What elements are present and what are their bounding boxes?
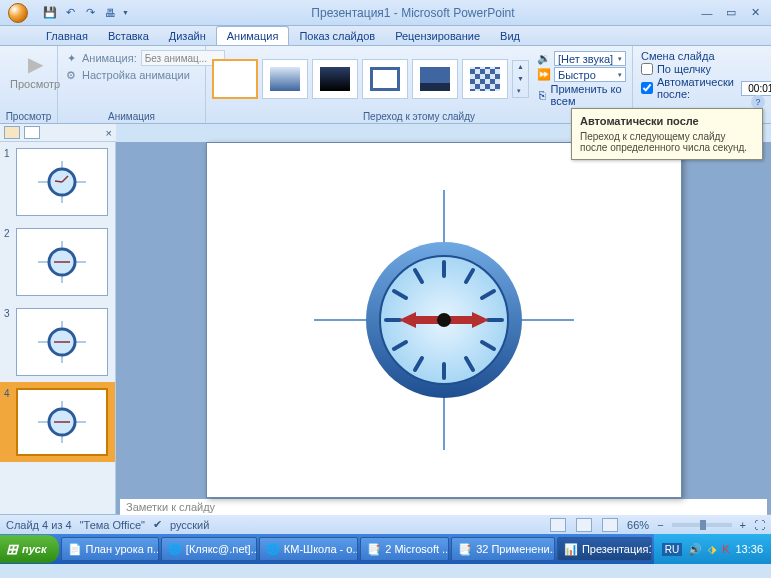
thumb-1[interactable]: 1 [0, 142, 115, 222]
advance-title: Смена слайда [641, 50, 771, 62]
tray-lang[interactable]: RU [662, 543, 682, 556]
ribbon-tabs: Главная Вставка Дизайн Анимация Показ сл… [0, 26, 771, 46]
preview-icon: ▶ [28, 52, 43, 76]
windows-logo-icon: ⊞ [6, 541, 18, 557]
tray-time[interactable]: 13:36 [735, 543, 763, 555]
view-show-button[interactable] [602, 518, 618, 532]
zoom-slider[interactable] [672, 523, 732, 527]
transition-5[interactable] [462, 59, 508, 99]
tray-icon-3[interactable]: K [722, 543, 729, 555]
tab-animation[interactable]: Анимация [216, 26, 290, 45]
taskbar-item-4[interactable]: 📑32 Применени... [451, 537, 555, 561]
tab-design[interactable]: Дизайн [159, 27, 216, 45]
thumb-4[interactable]: 4 [0, 382, 115, 462]
transition-4[interactable] [412, 59, 458, 99]
tab-insert[interactable]: Вставка [98, 27, 159, 45]
speed-icon: ⏩ [537, 68, 551, 82]
qat-more-icon[interactable]: ▼ [122, 9, 129, 16]
taskbar-item-0[interactable]: 📄План урока п... [61, 537, 159, 561]
thumb-2[interactable]: 2 [0, 222, 115, 302]
taskbar-item-2[interactable]: 🌐КМ-Школа - о... [259, 537, 358, 561]
save-icon[interactable]: 💾 [42, 5, 58, 21]
status-theme: "Тема Office" [80, 519, 145, 531]
gallery-more-icon[interactable]: ▾ [513, 85, 528, 97]
transition-1[interactable] [262, 59, 308, 99]
transition-gallery[interactable]: ▲ ▼ ▾ [210, 57, 531, 101]
office-button[interactable] [0, 0, 36, 26]
pane-close-icon[interactable]: × [106, 127, 112, 139]
tooltip: Автоматически после Переход к следующему… [571, 108, 763, 160]
notes-pane[interactable]: Заметки к слайду [120, 498, 767, 515]
apply-all-button[interactable]: ⎘Применить ко всем [537, 83, 626, 107]
on-click-label: По щелчку [657, 63, 711, 75]
group-animation: Анимация [62, 110, 201, 123]
gallery-down-icon[interactable]: ▼ [513, 73, 528, 84]
help-icon[interactable]: ? [751, 95, 765, 109]
tab-slideshow[interactable]: Показ слайдов [289, 27, 385, 45]
tab-view[interactable]: Вид [490, 27, 530, 45]
tray-icon-1[interactable]: 🔊 [688, 543, 702, 556]
view-normal-button[interactable] [550, 518, 566, 532]
auto-after-label: Автоматически после: [657, 76, 737, 100]
animation-combo-row: ✦ Анимация: Без анимац... [64, 50, 225, 66]
status-slide-info: Слайд 4 из 4 [6, 519, 72, 531]
svg-point-39 [437, 313, 451, 327]
zoom-value[interactable]: 66% [627, 519, 649, 531]
on-click-checkbox[interactable] [641, 63, 653, 75]
restore-button[interactable]: ▭ [721, 5, 741, 21]
tab-home[interactable]: Главная [36, 27, 98, 45]
start-button[interactable]: ⊞пуск [0, 535, 59, 563]
auto-after-checkbox[interactable] [641, 82, 653, 94]
tab-review[interactable]: Рецензирование [385, 27, 490, 45]
sound-combo[interactable]: [Нет звука]▾ [554, 51, 626, 66]
star-icon: ✦ [64, 51, 78, 65]
preview-label: Просмотр [10, 78, 60, 90]
taskbar-item-5[interactable]: 📊Презентация1 [557, 537, 652, 561]
fit-icon[interactable]: ⛶ [754, 519, 765, 531]
clock-shape[interactable] [304, 180, 584, 460]
zoom-out-icon[interactable]: − [657, 519, 663, 531]
pane-tab-slides[interactable] [4, 126, 20, 139]
spellcheck-icon[interactable]: ✔ [153, 518, 162, 531]
minimize-button[interactable]: — [697, 5, 717, 21]
redo-icon[interactable]: ↷ [82, 5, 98, 21]
gallery-up-icon[interactable]: ▲ [513, 61, 528, 72]
close-button[interactable]: ✕ [745, 5, 765, 21]
transition-2[interactable] [312, 59, 358, 99]
slide-canvas[interactable] [206, 142, 682, 498]
thumbnail-pane: 1 2 3 4 [0, 142, 116, 514]
pane-tab-outline[interactable] [24, 126, 40, 139]
zoom-in-icon[interactable]: + [740, 519, 746, 531]
group-preview: Просмотр [4, 110, 53, 123]
animation-label: Анимация: [82, 52, 137, 64]
preview-button[interactable]: ▶ Просмотр [4, 48, 66, 94]
transition-3[interactable] [362, 59, 408, 99]
gear-icon: ⚙ [64, 68, 78, 82]
window-title: Презентация1 - Microsoft PowerPoint [135, 6, 691, 20]
tray-icon-2[interactable]: ⬗ [708, 543, 716, 556]
tooltip-title: Автоматически после [580, 115, 754, 127]
transition-none[interactable] [212, 59, 258, 99]
taskbar-item-3[interactable]: 📑2 Microsoft ... [360, 537, 449, 561]
thumb-3[interactable]: 3 [0, 302, 115, 382]
speed-combo[interactable]: Быстро▾ [554, 67, 626, 82]
sound-icon: 🔉 [537, 52, 551, 66]
status-lang[interactable]: русский [170, 519, 209, 531]
taskbar-item-1[interactable]: 🌐[Клякс@.net]... [161, 537, 257, 561]
undo-icon[interactable]: ↶ [62, 5, 78, 21]
print-icon[interactable]: 🖶 [102, 5, 118, 21]
custom-animation-button[interactable]: ⚙ Настройка анимации [64, 68, 225, 82]
tooltip-text: Переход к следующему слайду после опреде… [580, 131, 754, 153]
auto-after-time[interactable] [741, 81, 771, 96]
svg-line-4 [55, 181, 62, 182]
apply-all-icon: ⎘ [537, 88, 548, 102]
group-transition: Переход к этому слайду [210, 110, 628, 123]
office-logo-icon [8, 3, 28, 23]
view-sorter-button[interactable] [576, 518, 592, 532]
